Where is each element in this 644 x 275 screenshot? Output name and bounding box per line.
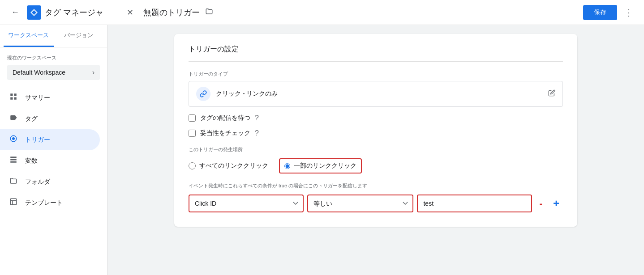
folder-icon (205, 7, 213, 17)
panel-title: トリガーの設定 (189, 45, 563, 62)
sidebar-item-triggers[interactable]: トリガー (0, 129, 100, 150)
topbar-title-area: ✕ 無題のトリガー (115, 4, 583, 21)
svg-rect-5 (14, 97, 17, 100)
workspace-section: 現在のワークスペース Default Workspace › (0, 47, 107, 84)
radio-all-clicks-label: すべてのリンククリック (199, 162, 268, 170)
topbar-left: ← タグ マネージャ (7, 4, 115, 21)
topbar: ← タグ マネージャ ✕ 無題のトリガー 保存 ⋮ (0, 0, 644, 25)
help-icon-2[interactable]: ? (255, 129, 259, 137)
templates-icon (9, 198, 18, 208)
radio-section: このトリガーの発生場所 すべてのリンククリック 一部のリンククリック (189, 146, 563, 173)
workspace-item[interactable]: Default Workspace › (7, 65, 100, 80)
wait-for-tags-checkbox[interactable] (189, 114, 196, 122)
save-button[interactable]: 保存 (583, 5, 617, 20)
svg-rect-11 (10, 199, 17, 205)
svg-rect-3 (14, 93, 17, 96)
trigger-type-left: クリック - リンクのみ (196, 87, 278, 101)
checkbox-row-1: タグの配信を待つ ? (189, 114, 563, 122)
condition-section: イベント発生時にこれらすべての条件が true の場合にこのトリガーを配信します… (189, 182, 563, 212)
sidebar-item-tags-label: タグ (25, 115, 38, 123)
sidebar-nav: サマリー タグ トリガー 変数 (0, 87, 107, 213)
sidebar-item-tags[interactable]: タグ (0, 108, 100, 129)
sidebar-item-triggers-label: トリガー (25, 136, 50, 144)
variables-icon (9, 156, 18, 166)
wait-for-tags-label: タグの配信を待つ (200, 114, 250, 122)
radio-row: すべてのリンククリック 一部のリンククリック (189, 158, 563, 173)
sidebar-item-summary-label: サマリー (25, 94, 50, 102)
trigger-type-row[interactable]: クリック - リンクのみ (189, 81, 563, 107)
sidebar-tabs: ワークスペース バージョン (0, 25, 107, 47)
sidebar: ワークスペース バージョン 現在のワークスペース Default Workspa… (0, 25, 107, 275)
content-area: トリガーの設定 トリガーのタイプ クリック - リンクのみ (107, 25, 644, 275)
topbar-actions: 保存 ⋮ (583, 4, 637, 21)
condition-field-select[interactable]: Click ID (189, 195, 304, 212)
tab-version[interactable]: バージョン (54, 25, 104, 47)
sidebar-item-templates-label: テンプレート (25, 199, 63, 207)
sidebar-item-variables[interactable]: 変数 (0, 150, 100, 171)
workspace-name: Default Workspace (13, 69, 65, 76)
condition-operator-select[interactable]: 等しい (307, 195, 413, 212)
validity-check-label: 妥当性をチェック (200, 129, 250, 137)
radio-all-clicks[interactable]: すべてのリンククリック (189, 162, 268, 170)
radio-some-clicks-input[interactable] (284, 163, 290, 169)
trigger-type-name: クリック - リンクのみ (216, 90, 278, 98)
app-title: タグ マネージャ (45, 7, 103, 18)
trigger-type-icon (196, 87, 210, 101)
remove-condition-button[interactable]: - (536, 197, 546, 211)
tab-workspace[interactable]: ワークスペース (4, 25, 54, 47)
condition-row: Click ID 等しい - + (189, 195, 563, 212)
triggers-icon (9, 135, 18, 145)
workspace-section-label: 現在のワークスペース (7, 55, 100, 61)
back-button[interactable]: ← (7, 4, 23, 21)
svg-rect-9 (10, 159, 17, 161)
radio-some-clicks-label: 一部のリンククリック (294, 162, 356, 170)
help-icon-1[interactable]: ? (255, 114, 259, 122)
radio-section-label: このトリガーの発生場所 (189, 146, 563, 153)
checkbox-row-2: 妥当性をチェック ? (189, 129, 563, 137)
sidebar-item-folders-label: フォルダ (25, 178, 50, 186)
condition-description: イベント発生時にこれらすべての条件が true の場合にこのトリガーを配信します (189, 182, 563, 189)
validity-check-checkbox[interactable] (189, 130, 196, 137)
trigger-type-label: トリガーのタイプ (189, 71, 563, 77)
chevron-right-icon: › (92, 68, 94, 76)
sidebar-item-folders[interactable]: フォルダ (0, 171, 100, 192)
svg-rect-4 (10, 97, 13, 100)
condition-value-input[interactable] (417, 195, 532, 212)
trigger-title: 無題のトリガー (143, 7, 200, 18)
add-condition-button[interactable]: + (550, 195, 563, 212)
radio-all-clicks-input[interactable] (189, 162, 196, 169)
close-button[interactable]: ✕ (122, 4, 138, 21)
tags-icon (9, 114, 18, 124)
edit-icon[interactable] (548, 89, 555, 98)
svg-rect-2 (10, 93, 13, 96)
svg-rect-10 (10, 161, 17, 163)
sidebar-item-variables-label: 変数 (25, 157, 38, 165)
trigger-settings-panel: トリガーの設定 トリガーのタイプ クリック - リンクのみ (174, 34, 577, 227)
svg-point-7 (12, 137, 15, 140)
gtm-logo (27, 5, 41, 20)
more-options-button[interactable]: ⋮ (621, 4, 637, 21)
folders-icon (9, 177, 18, 187)
svg-rect-8 (10, 157, 17, 158)
sidebar-item-templates[interactable]: テンプレート (0, 192, 100, 213)
main-layout: ワークスペース バージョン 現在のワークスペース Default Workspa… (0, 25, 644, 275)
sidebar-item-summary[interactable]: サマリー (0, 87, 100, 108)
summary-icon (9, 93, 18, 103)
radio-some-clicks-box[interactable]: 一部のリンククリック (279, 158, 362, 173)
